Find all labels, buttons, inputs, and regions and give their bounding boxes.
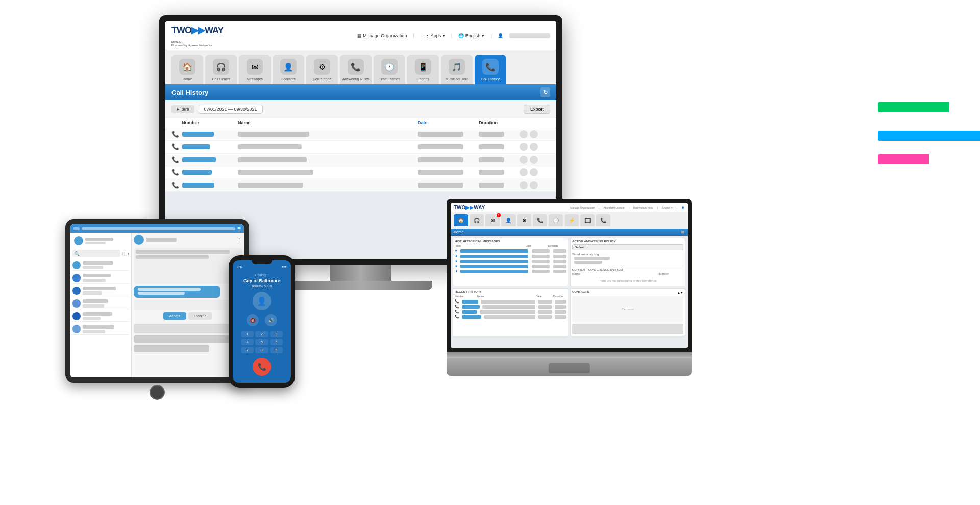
laptop-nav-conference[interactable]: ⚙: [517, 214, 531, 226]
tablet-filter-icon[interactable]: ⊞: [122, 251, 126, 256]
laptop-home-expand[interactable]: ⊞: [681, 230, 684, 234]
phone-key-9[interactable]: 9: [270, 347, 283, 353]
phone-call-area: Calling... City of Baltimore 8888675309 …: [233, 269, 291, 380]
laptop-nav-home[interactable]: 🏠: [454, 214, 468, 226]
phone-key-7[interactable]: 7: [241, 347, 254, 353]
action-icon-1[interactable]: [520, 130, 528, 138]
tablet-more-icon[interactable]: ⋮: [237, 237, 242, 243]
tablet-contact-row[interactable]: [72, 298, 129, 309]
laptop-nav-extra[interactable]: 📞: [596, 214, 610, 226]
action-icon-2[interactable]: [530, 130, 538, 138]
globe-icon: 🌐: [458, 33, 464, 38]
action-icon-2[interactable]: [530, 168, 538, 176]
phone-speaker-btn[interactable]: 🔊: [265, 314, 277, 326]
nav-answering[interactable]: 📞 Answering Rules: [340, 55, 372, 84]
phone-key-2[interactable]: 2: [255, 331, 268, 337]
home-icon: 🏠: [179, 59, 195, 75]
phone-actions: 🔇 🔊: [237, 314, 287, 326]
filters-button[interactable]: Filters: [172, 105, 194, 113]
table-row: 📞: [165, 141, 556, 154]
nav-messages[interactable]: ✉ Messages: [239, 55, 271, 84]
tablet-accept-btn[interactable]: Accept: [163, 312, 186, 320]
action-icon-2[interactable]: [530, 181, 538, 189]
nav-conference[interactable]: ⚙ Conference: [306, 55, 338, 84]
stripe-blue: [878, 131, 980, 141]
phone-end-call-btn[interactable]: 📞: [253, 358, 271, 376]
col-header-actions: [520, 120, 550, 125]
action-icon-2[interactable]: [530, 156, 538, 164]
tablet-sort-icon[interactable]: ↕: [127, 251, 129, 256]
tablet-decline-btn[interactable]: Decline: [188, 312, 212, 320]
laptop-nav-timeframes[interactable]: 🕐: [549, 214, 563, 226]
phone-mute-btn[interactable]: 🔇: [247, 314, 259, 326]
tablet-contact-row[interactable]: [72, 311, 129, 322]
manage-org-link[interactable]: ▦ Manage Organization: [357, 33, 407, 38]
phone-signal: ●●●: [281, 265, 287, 268]
action-icon-1[interactable]: [520, 156, 528, 164]
action-icon-1[interactable]: [520, 168, 528, 176]
laptop-app-header: TWO▶▶WAY Manage Organization | Attendant…: [451, 203, 688, 212]
phone-key-8[interactable]: 8: [255, 347, 268, 353]
laptop-nav-contacts[interactable]: 👤: [501, 214, 516, 226]
export-button[interactable]: Export: [524, 105, 550, 114]
user-icon[interactable]: 👤: [498, 33, 503, 38]
nav-phones[interactable]: 📱 Phones: [407, 55, 439, 84]
tablet-msg-bar-1: [134, 300, 242, 310]
tablet-home-button[interactable]: [150, 385, 165, 400]
phone-contact-name: City of Baltimore: [237, 278, 287, 283]
call-history-header: Call History ↻: [165, 84, 556, 100]
tablet-bezel: ☰: [65, 219, 249, 383]
laptop-nav-callcenter[interactable]: 🎧: [470, 214, 484, 226]
phone: 9:41 ●●● Calling... City of Baltimore 88…: [229, 255, 295, 388]
english-link[interactable]: 🌐 English ▾: [458, 33, 484, 38]
laptop-nav-frames[interactable]: 🔲: [580, 214, 595, 226]
laptop-nav-answering[interactable]: 📞: [533, 214, 547, 226]
laptop-nav-messages[interactable]: ✉1: [485, 214, 500, 226]
logo-direct: DIRECT: [172, 40, 183, 43]
tablet-search-input[interactable]: 🔍: [72, 250, 120, 257]
nav-timeframes[interactable]: 🕐 Time Frames: [374, 55, 405, 84]
laptop-policy-dropdown[interactable]: Default: [572, 244, 683, 250]
phone-key-3[interactable]: 3: [270, 331, 283, 337]
laptop-policy-title: ACTIVE ANSWERING POLICY: [572, 240, 683, 243]
stripe-green: [878, 102, 949, 112]
laptop-policy-select: Default: [572, 244, 683, 250]
laptop: TWO▶▶WAY Manage Organization | Attendant…: [447, 199, 692, 393]
nav-musicon[interactable]: 🎵 Music on Hold: [441, 55, 473, 84]
user-name-bar: [509, 33, 550, 38]
tablet-menu-icon[interactable]: ☰: [237, 226, 241, 231]
laptop-touchpad[interactable]: [549, 363, 590, 373]
timeframes-icon: 🕐: [381, 59, 398, 75]
laptop-hist-row: ★: [455, 249, 566, 253]
laptop-contacts-expand[interactable]: ▲▼: [677, 291, 683, 294]
laptop-english: English ▾: [662, 206, 673, 209]
tablet-chat-bubble: [134, 286, 220, 298]
nav-contacts[interactable]: 👤 Contacts: [273, 55, 304, 84]
refresh-button[interactable]: ↻: [540, 87, 550, 97]
answering-icon: 📞: [348, 59, 364, 75]
phone-key-5[interactable]: 5: [255, 339, 268, 345]
phone-key-1[interactable]: 1: [241, 331, 254, 337]
nav-home[interactable]: 🏠 Home: [172, 55, 203, 84]
action-icon-1[interactable]: [520, 181, 528, 189]
nav-callhistory[interactable]: 📞 Call History: [475, 55, 506, 84]
phone-key-4[interactable]: 4: [241, 339, 254, 345]
nav-callcenter[interactable]: 🎧 Call Center: [205, 55, 237, 84]
tablet-input-bar[interactable]: [134, 324, 242, 333]
nav-icons-row: 🏠 Home 🎧 Call Center ✉ Messages 👤 Contac…: [165, 50, 556, 84]
action-icon-2[interactable]: [530, 143, 538, 151]
tablet-contact-row[interactable]: [72, 324, 129, 335]
apps-link[interactable]: ⋮⋮ Apps ▾: [421, 33, 445, 38]
action-icon-1[interactable]: [520, 143, 528, 151]
tablet-contact-row[interactable]: [72, 286, 129, 296]
messages-icon: ✉: [247, 59, 263, 75]
laptop-nav-suite[interactable]: ⚡: [565, 214, 579, 226]
tablet-message-area: [134, 248, 242, 284]
laptop-callhist-mini: RECENT HISTORY Number Name Date Duration…: [453, 288, 568, 336]
laptop-contacts-area: Contacts: [572, 296, 683, 322]
tablet-contact-row[interactable]: [72, 260, 129, 271]
table-row: 📞: [165, 166, 556, 179]
phone-key-6[interactable]: 6: [270, 339, 283, 345]
tablet-contact-row[interactable]: [72, 273, 129, 284]
laptop-user: 👤: [681, 206, 684, 209]
